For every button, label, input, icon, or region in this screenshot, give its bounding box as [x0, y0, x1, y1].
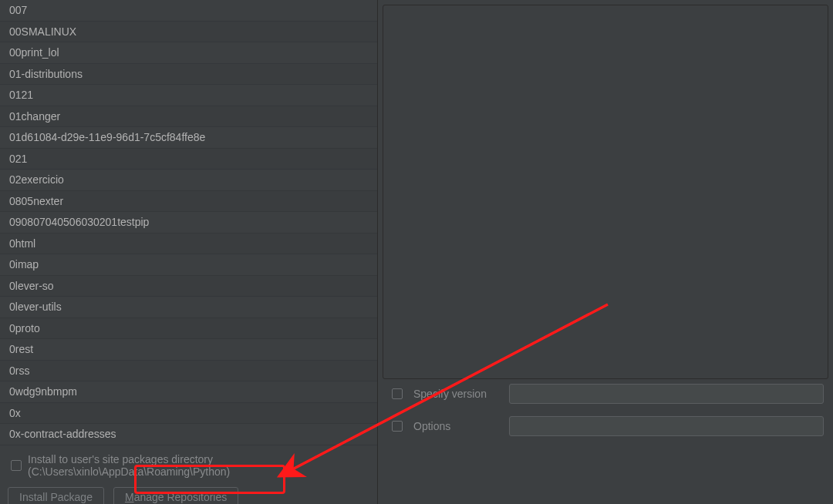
- install-package-button[interactable]: Install Package: [8, 487, 104, 505]
- package-detail-region: [383, 5, 828, 379]
- left-bottom: Install to user's site packages director…: [0, 445, 377, 505]
- package-name: 0wdg9nbmpm: [9, 385, 77, 398]
- package-name: 0x: [9, 407, 21, 419]
- options-field[interactable]: [509, 416, 824, 436]
- install-to-user-site-label: Install to user's site packages director…: [28, 453, 369, 478]
- left-panel: 00700SMALINUX00print_lol01-distributions…: [0, 0, 378, 504]
- install-package-label: Install Package: [19, 491, 93, 503]
- install-to-user-site-row[interactable]: Install to user's site packages director…: [11, 453, 369, 478]
- options-label: Options: [413, 420, 498, 432]
- package-row[interactable]: 0805nexter: [0, 191, 377, 213]
- package-name: 0121: [9, 89, 33, 101]
- package-name: 0rss: [9, 365, 29, 377]
- package-row[interactable]: 01-distributions: [0, 64, 377, 86]
- package-row[interactable]: 0x: [0, 403, 377, 425]
- package-name: 0html: [9, 237, 35, 250]
- package-row[interactable]: 0121: [0, 85, 377, 106]
- package-name: 0lever-utils: [9, 301, 62, 313]
- package-name: 0imap: [9, 258, 39, 270]
- package-row[interactable]: 02exercicio: [0, 170, 377, 191]
- checkbox-icon[interactable]: [11, 460, 22, 471]
- package-row[interactable]: 0proto: [0, 318, 377, 340]
- manage-repositories-mnemonic: M: [125, 491, 134, 503]
- package-row[interactable]: 007: [0, 0, 377, 22]
- package-row[interactable]: 00SMALINUX: [0, 22, 377, 43]
- package-name: 007: [9, 4, 27, 16]
- specify-version-checkbox[interactable]: [392, 388, 403, 399]
- package-name: 01changer: [9, 110, 60, 123]
- package-name: 00SMALINUX: [9, 25, 76, 38]
- manage-repositories-rest: anage Repositories: [134, 491, 228, 503]
- manage-repositories-button[interactable]: Manage Repositories: [113, 487, 238, 505]
- package-row[interactable]: 01d61084-d29e-11e9-96d1-7c5cf84ffe8e: [0, 127, 377, 149]
- package-row[interactable]: 00print_lol: [0, 42, 377, 64]
- specify-version-row: Specify version: [392, 384, 824, 404]
- package-row[interactable]: 0rss: [0, 361, 377, 382]
- package-name: 021: [9, 153, 27, 165]
- package-row[interactable]: 0lever-utils: [0, 297, 377, 318]
- package-row[interactable]: 0rest: [0, 339, 377, 361]
- package-name: 0lever-so: [9, 280, 54, 292]
- specify-version-label: Specify version: [413, 388, 498, 400]
- package-name: 0rest: [9, 343, 33, 355]
- options-checkbox[interactable]: [392, 421, 403, 432]
- package-name: 01-distributions: [9, 68, 83, 80]
- specify-version-field[interactable]: [509, 384, 824, 404]
- package-row[interactable]: 0x-contract-addresses: [0, 424, 377, 445]
- package-row[interactable]: 0imap: [0, 254, 377, 276]
- package-name: 0x-contract-addresses: [9, 428, 116, 440]
- package-name: 02exercicio: [9, 173, 64, 186]
- package-name: 0proto: [9, 322, 40, 334]
- package-row[interactable]: 0lever-so: [0, 276, 377, 297]
- package-name: 090807040506030201testpip: [9, 216, 149, 228]
- package-list[interactable]: 00700SMALINUX00print_lol01-distributions…: [0, 0, 377, 445]
- right-panel: Specify version Options: [378, 0, 833, 504]
- buttons-row: Install Package Manage Repositories: [8, 487, 369, 505]
- package-name: 00print_lol: [9, 46, 59, 59]
- options-row: Options: [392, 416, 824, 436]
- package-row[interactable]: 01changer: [0, 106, 377, 128]
- package-row[interactable]: 0html: [0, 234, 377, 255]
- package-name: 01d61084-d29e-11e9-96d1-7c5cf84ffe8e: [9, 131, 205, 143]
- package-row[interactable]: 0wdg9nbmpm: [0, 381, 377, 403]
- package-name: 0805nexter: [9, 195, 63, 207]
- package-row[interactable]: 090807040506030201testpip: [0, 212, 377, 234]
- package-row[interactable]: 021: [0, 149, 377, 170]
